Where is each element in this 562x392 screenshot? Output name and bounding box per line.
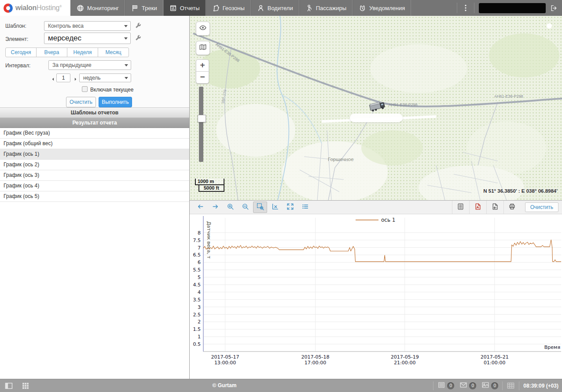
increment-caret-icon[interactable]: [73, 76, 78, 81]
unit-marker-truck-icon[interactable]: [369, 101, 385, 112]
toggle-panel-icon[interactable]: [4, 381, 13, 390]
report-result-item[interactable]: График (Вес груза): [0, 128, 189, 139]
nav-tab-flag[interactable]: Треки: [125, 0, 163, 16]
execute-report-button[interactable]: Выполнить: [99, 97, 132, 107]
quick-range-button[interactable]: Неделя: [67, 48, 98, 57]
y-tick-label: 1: [198, 334, 201, 340]
nav-tab-passenger[interactable]: Пассажиры: [299, 0, 353, 16]
copyright: © Gurtam: [189, 382, 260, 388]
more-menu-icon[interactable]: [462, 4, 470, 12]
nav-tab-report[interactable]: Отчеты: [163, 0, 206, 16]
print-report-button[interactable]: [503, 201, 521, 214]
chart-legend-button[interactable]: [298, 201, 312, 213]
user-name-redacted[interactable]: [479, 3, 546, 13]
y-tick-label: 6.5: [193, 252, 201, 258]
history-back-button[interactable]: [193, 201, 207, 213]
topbar-separator: [457, 3, 457, 13]
map-layers-button[interactable]: [196, 41, 210, 55]
interval-count-input[interactable]: [56, 73, 70, 82]
nav-tab-globe[interactable]: Мониторинг: [70, 0, 125, 16]
msg-doc-counter[interactable]: 0: [437, 381, 454, 391]
template-select[interactable]: Контроль веса: [44, 21, 131, 31]
report-result-item[interactable]: График (ось 1): [0, 149, 189, 160]
quick-range-button[interactable]: Вчера: [36, 48, 67, 57]
export-file-button[interactable]: [486, 201, 503, 214]
report-result-item[interactable]: График (ось 4): [0, 181, 189, 191]
chart-clear-button[interactable]: Очистить: [525, 202, 558, 212]
include-current-checkbox[interactable]: [82, 86, 88, 92]
report-result-item[interactable]: График (общий вес): [0, 139, 189, 149]
map-zoom-out-button[interactable]: −: [196, 71, 209, 84]
apps-grid-icon[interactable]: [21, 381, 30, 390]
logout-icon[interactable]: [550, 4, 558, 12]
x-tick-time: 21:00:00: [394, 360, 415, 366]
interval-select[interactable]: За предыдущие: [48, 60, 131, 70]
report-chart[interactable]: 0.511.522.533.544.555.566.577.58Датчик в…: [190, 214, 562, 374]
visibility-eye-button[interactable]: [196, 22, 210, 36]
map-zoom-in-button[interactable]: +: [196, 59, 209, 72]
interval-unit-select[interactable]: недель: [79, 73, 131, 82]
template-settings-wrench-icon[interactable]: [134, 22, 142, 29]
chevron-down-icon: [125, 77, 128, 79]
unit-select[interactable]: мерседес: [44, 33, 131, 44]
y-tick-label: 3: [198, 304, 201, 310]
report-result-item[interactable]: График (ось 3): [0, 170, 189, 181]
map[interactable]: АН61-Е38-Р298 АН61-Е38-Р298 АН61-Е38-Р29…: [190, 16, 562, 200]
export-pdf-button[interactable]: [469, 201, 486, 214]
envelope-counter[interactable]: 0: [459, 381, 476, 391]
chevron-down-icon: [124, 37, 128, 40]
quick-range-button[interactable]: Сегодня: [5, 48, 37, 57]
photo-counter[interactable]: 0: [481, 381, 498, 391]
arrow-right-icon: [212, 203, 219, 212]
templates-section-header[interactable]: Шаблоны отчетов: [0, 107, 189, 118]
town-label: Горшечное: [328, 157, 354, 162]
template-label: Шаблон:: [5, 23, 26, 29]
report-result-list: График (Вес груза)График (общий вес)Граф…: [0, 128, 189, 202]
road-label-secondary: 38Р-279: [220, 89, 227, 104]
geofence-icon: [212, 4, 220, 12]
clear-report-button[interactable]: Очистить: [66, 97, 96, 107]
zoom-in-button[interactable]: [223, 201, 237, 213]
report-form: Шаблон: Контроль веса Элемент: мерседес …: [0, 16, 189, 107]
report-result-item[interactable]: График (ось 5): [0, 191, 189, 202]
statusbar-right: 000 08:39:09 (+03): [433, 379, 558, 392]
statusbar-separator: [433, 381, 433, 390]
envelope-icon: [459, 381, 467, 391]
x-axis-title: Время: [544, 344, 560, 350]
reports-panel: Шаблон: Контроль веса Элемент: мерседес …: [0, 16, 190, 379]
map-zoom-slider-handle[interactable]: [198, 115, 206, 122]
result-section-header[interactable]: Результат отчета: [0, 118, 189, 128]
export-icon: [491, 203, 499, 212]
open-report-table-button[interactable]: [452, 201, 469, 214]
report-icon: [169, 4, 177, 12]
zoom-x-icon: [272, 203, 279, 212]
quick-range-button[interactable]: Месяц: [98, 48, 129, 57]
zoom-out-button[interactable]: [238, 201, 252, 213]
chart-toolbar: Очистить: [190, 201, 562, 214]
flag-icon: [131, 4, 139, 12]
history-forward-button[interactable]: [208, 201, 222, 213]
map-provider-logo: [544, 20, 555, 32]
nav-tab-alarm[interactable]: Уведомления: [353, 0, 411, 16]
doc-icon: [457, 203, 464, 212]
report-result-item[interactable]: График (ось 2): [0, 160, 189, 170]
road-label: АН61-Е38-Р298: [494, 94, 523, 99]
unit-settings-wrench-icon[interactable]: [134, 34, 142, 42]
zoom-x-interval-button[interactable]: [268, 201, 282, 213]
decrement-caret-icon[interactable]: [51, 76, 56, 81]
zoom-selection-button[interactable]: [253, 201, 267, 213]
chart-tools-left: [190, 201, 312, 213]
nav-tab-label: Отчеты: [180, 5, 200, 11]
alarm-icon: [359, 4, 366, 12]
x-tick-time: 01:00:00: [484, 360, 505, 366]
cursor-coordinates: N 51° 36.3850' : E 038° 06.8984': [483, 188, 558, 194]
y-tick-label: 1.5: [193, 326, 201, 332]
chart-export-tools: [452, 201, 521, 214]
fit-screen-button[interactable]: [283, 201, 297, 213]
map-zoom-slider[interactable]: [199, 87, 203, 162]
nav-tab-label: Треки: [142, 5, 157, 11]
table-view-icon[interactable]: [507, 381, 515, 390]
include-current-label: Включая текущее: [90, 87, 133, 93]
nav-tab-driver[interactable]: Водители: [251, 0, 299, 16]
nav-tab-geofence[interactable]: Геозоны: [206, 0, 251, 16]
